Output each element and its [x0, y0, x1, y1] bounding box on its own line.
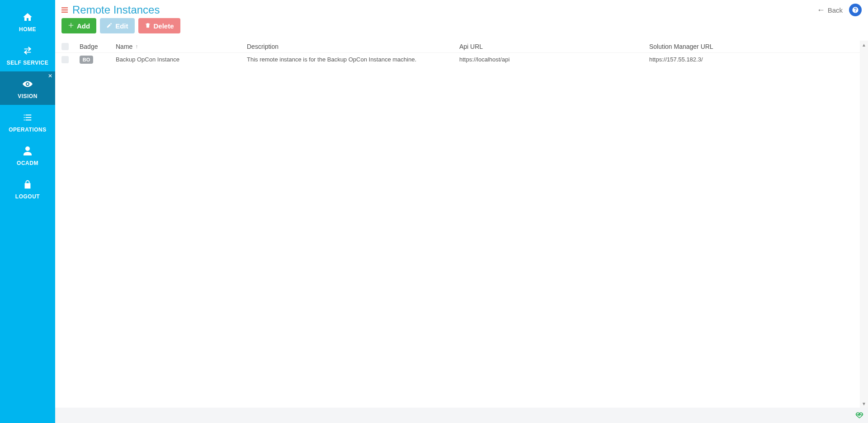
cell-description: This remote instance is for the Backup O…	[247, 56, 459, 63]
column-api-url[interactable]: Api URL	[459, 43, 649, 50]
table: Badge Name ↑ Description Api URL Solutio…	[55, 41, 868, 408]
pencil-icon	[106, 22, 113, 30]
cell-sm-url: https://157.55.182.3/	[649, 56, 862, 63]
header-left: Remote Instances	[61, 4, 160, 16]
close-icon[interactable]: ✕	[48, 73, 52, 79]
scroll-up-icon[interactable]: ▲	[860, 41, 868, 49]
sidebar-item-vision[interactable]: ✕ VISION	[0, 71, 55, 105]
edit-button[interactable]: Edit	[100, 18, 134, 33]
heartbeat-icon[interactable]	[855, 411, 863, 420]
sidebar-item-logout[interactable]: LOGOUT	[0, 172, 55, 205]
plus-icon	[68, 22, 74, 30]
exchange-icon	[21, 44, 34, 57]
sidebar: HOME SELF SERVICE ✕ VISION OPERATIONS OC…	[0, 0, 55, 423]
arrow-left-icon: ←	[817, 6, 825, 14]
sidebar-item-self-service[interactable]: SELF SERVICE	[0, 38, 55, 71]
header-right: ← Back	[817, 4, 862, 16]
back-label: Back	[828, 6, 843, 14]
column-badge[interactable]: Badge	[80, 43, 116, 50]
sidebar-item-label: OCADM	[17, 160, 38, 166]
svg-rect-0	[61, 7, 68, 8]
column-name[interactable]: Name ↑	[116, 43, 247, 50]
back-button[interactable]: ← Back	[817, 6, 843, 14]
trash-icon	[145, 22, 151, 30]
edit-label: Edit	[115, 22, 128, 30]
sort-asc-icon: ↑	[135, 43, 138, 50]
scroll-down-icon[interactable]: ▼	[860, 400, 868, 408]
cell-name: Backup OpCon Instance	[116, 56, 247, 63]
page-title: Remote Instances	[72, 4, 160, 16]
delete-label: Delete	[154, 22, 174, 30]
sidebar-item-label: LOGOUT	[15, 193, 40, 200]
table-row[interactable]: BO Backup OpCon Instance This remote ins…	[55, 52, 868, 66]
column-description[interactable]: Description	[247, 43, 459, 50]
user-icon	[21, 145, 34, 157]
sidebar-item-label: VISION	[18, 93, 38, 99]
add-label: Add	[77, 22, 90, 30]
cell-api-url: https://localhost/api	[459, 56, 649, 63]
sidebar-item-label: SELF SERVICE	[7, 60, 48, 66]
sidebar-item-operations[interactable]: OPERATIONS	[0, 105, 55, 138]
footer	[55, 408, 868, 423]
table-body: BO Backup OpCon Instance This remote ins…	[55, 52, 868, 66]
main-content: Remote Instances ← Back Add Edit	[55, 0, 868, 423]
toolbar: Add Edit Delete	[55, 18, 868, 38]
svg-rect-2	[61, 11, 68, 12]
page-header: Remote Instances ← Back	[55, 0, 868, 18]
lock-icon	[21, 178, 34, 191]
table-header: Badge Name ↑ Description Api URL Solutio…	[55, 41, 868, 52]
hamburger-icon[interactable]	[61, 7, 68, 13]
sidebar-item-ocadm[interactable]: OCADM	[0, 138, 55, 172]
column-sm-url[interactable]: Solution Manager URL	[649, 43, 862, 50]
help-button[interactable]	[849, 4, 862, 16]
svg-rect-1	[61, 9, 68, 10]
home-icon	[21, 11, 34, 24]
delete-button[interactable]: Delete	[138, 18, 180, 33]
sidebar-item-label: HOME	[19, 26, 36, 33]
instance-badge: BO	[80, 56, 93, 64]
eye-icon	[21, 78, 34, 90]
list-icon	[21, 111, 34, 124]
sidebar-item-label: OPERATIONS	[9, 127, 46, 133]
column-name-label: Name	[116, 43, 132, 50]
sidebar-item-home[interactable]: HOME	[0, 5, 55, 38]
add-button[interactable]: Add	[61, 18, 96, 33]
vertical-scrollbar[interactable]: ▲ ▼	[860, 41, 868, 408]
select-all-checkbox[interactable]	[61, 43, 69, 50]
row-checkbox[interactable]	[61, 56, 69, 63]
